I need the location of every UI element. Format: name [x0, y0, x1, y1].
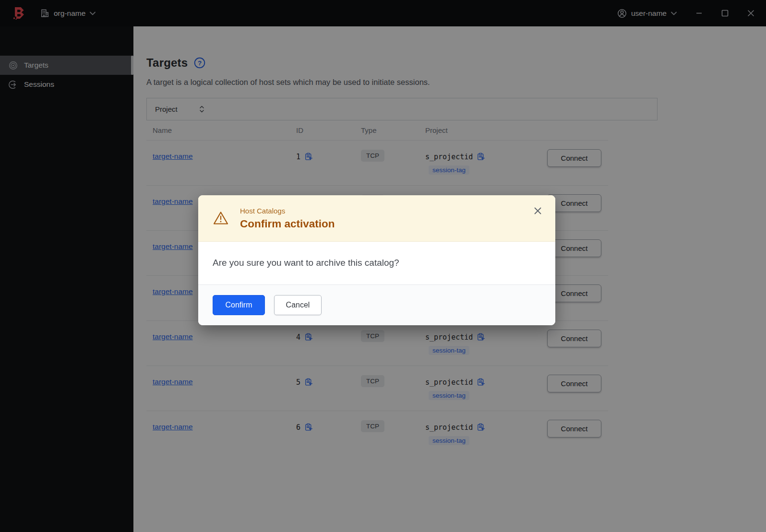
dialog-footer: Confirm Cancel	[198, 284, 555, 325]
dialog-header: Host Catalogs Confirm activation	[198, 195, 555, 242]
dialog-title: Confirm activation	[240, 218, 335, 230]
warning-triangle-icon	[213, 210, 229, 226]
confirm-dialog: Host Catalogs Confirm activation Are you…	[198, 195, 555, 325]
dialog-message: Are you sure you want to archive this ca…	[198, 242, 555, 284]
cancel-button[interactable]: Cancel	[274, 295, 322, 315]
confirm-button[interactable]: Confirm	[213, 295, 265, 315]
close-icon	[534, 207, 542, 215]
dialog-close-button[interactable]	[533, 206, 543, 216]
dialog-context-label: Host Catalogs	[240, 207, 335, 215]
